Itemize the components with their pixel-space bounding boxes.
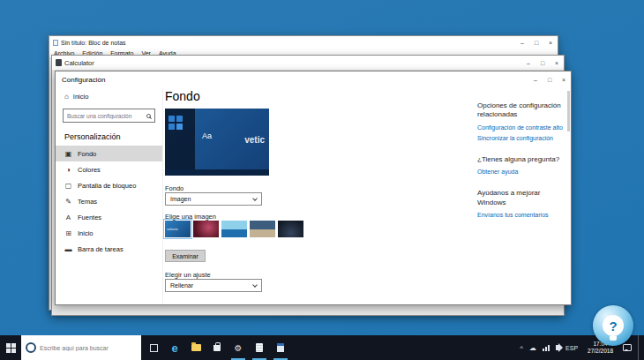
- sidebar-item-label: Inicio: [78, 229, 94, 237]
- sync-settings-link[interactable]: Sincronizar la configuración: [477, 135, 567, 141]
- calculator-icon: [56, 59, 62, 66]
- preview-tile: [168, 116, 175, 122]
- edge-icon: e: [171, 341, 177, 355]
- related-settings-title: Opciones de configuración relacionadas: [477, 101, 567, 120]
- tray-expand-icon[interactable]: ^: [520, 344, 523, 352]
- preview-watermark: vetic: [244, 135, 265, 145]
- preview-taskbar: [165, 169, 269, 176]
- network-icon[interactable]: [543, 345, 550, 351]
- settings-title: Configuración: [62, 76, 528, 84]
- sidebar-item-label: Fuentes: [78, 214, 101, 221]
- fit-label: Elegir un ajuste: [165, 271, 211, 279]
- calculator-taskbar-button[interactable]: [270, 335, 291, 360]
- preview-tile: [176, 124, 183, 130]
- notepad-maximize-button[interactable]: □: [529, 36, 543, 49]
- taskbar-search-input[interactable]: [40, 345, 141, 351]
- question-title: ¿Tienes alguna pregunta?: [477, 155, 567, 164]
- volume-icon[interactable]: [556, 345, 559, 350]
- background-icon: ▣: [64, 150, 72, 158]
- task-view-button[interactable]: [143, 335, 164, 360]
- get-help-link[interactable]: Obtener ayuda: [477, 169, 567, 175]
- settings-scrollbar[interactable]: [567, 91, 570, 131]
- background-type-dropdown[interactable]: Imagen: [165, 192, 262, 206]
- settings-search-box[interactable]: [63, 109, 155, 123]
- calculator-maximize-button[interactable]: □: [535, 56, 550, 70]
- settings-main: Fondo Aa vetic Fondo Imagen Elige una: [163, 87, 571, 304]
- cortana-icon: [26, 342, 36, 353]
- file-explorer-icon: [191, 344, 201, 351]
- background-preview: Aa vetic: [165, 109, 269, 176]
- file-explorer-button[interactable]: [185, 335, 206, 360]
- edge-button[interactable]: e: [164, 335, 185, 360]
- sidebar-item-pantalla-de-bloqueo[interactable]: ▢ Pantalla de bloqueo: [56, 177, 162, 193]
- notepad-icon: [53, 40, 58, 46]
- settings-close-button[interactable]: ×: [557, 71, 571, 87]
- feedback-link[interactable]: Envíanos tus comentarios: [477, 212, 567, 218]
- sidebar-item-barra-de-tareas[interactable]: ▬ Barra de tareas: [56, 241, 162, 257]
- windows-logo-icon: [6, 343, 16, 353]
- notepad-titlebar[interactable]: Sin título: Bloc de notas – □ ×: [49, 36, 558, 49]
- taskbar-settings-icon: ▬: [64, 245, 72, 253]
- sidebar-item-fuentes[interactable]: A Fuentes: [56, 209, 162, 225]
- desktop: Sin título: Bloc de notas – □ × Archivo …: [0, 0, 644, 360]
- onedrive-cloud-icon[interactable]: ☁: [529, 344, 536, 352]
- notepad-close-button[interactable]: ×: [543, 36, 558, 49]
- calculator-titlebar[interactable]: Calculator – □ ×: [52, 56, 564, 70]
- notepad-minimize-button[interactable]: –: [515, 36, 529, 49]
- notepad-taskbar-button[interactable]: [249, 335, 270, 360]
- language-indicator[interactable]: ESP: [565, 345, 578, 351]
- preview-tile: [168, 124, 175, 130]
- sidebar-item-label: Barra de tareas: [78, 245, 124, 253]
- choose-image-label: Elige una imagen: [165, 213, 216, 221]
- wallpaper-thumbnail-2[interactable]: [193, 221, 219, 237]
- background-label: Fondo: [165, 184, 183, 192]
- themes-icon: ✎: [64, 198, 72, 206]
- fit-dropdown[interactable]: Rellenar: [165, 279, 262, 292]
- start-menu-icon: ⊞: [64, 229, 72, 237]
- wallpaper-thumbnail-1[interactable]: solvetic: [165, 221, 191, 237]
- sidebar-item-inicio[interactable]: ⊞ Inicio: [56, 225, 162, 241]
- thumbnail-watermark: solvetic: [167, 227, 178, 231]
- settings-titlebar[interactable]: Configuración – □ ×: [56, 71, 571, 87]
- settings-maximize-button[interactable]: □: [543, 71, 557, 87]
- wallpaper-thumbnail-3[interactable]: [221, 221, 247, 237]
- sidebar-section-title: Personalización: [56, 124, 162, 146]
- fonts-icon: A: [64, 214, 72, 221]
- sidebar-home[interactable]: ⌂ Inicio: [56, 89, 162, 104]
- sidebar-item-temas[interactable]: ✎ Temas: [56, 193, 162, 209]
- settings-body: ⌂ Inicio Personalización ▣ Fondo ◑ Color…: [56, 87, 571, 304]
- page-title: Fondo: [165, 89, 200, 103]
- settings-minimize-button[interactable]: –: [528, 71, 543, 87]
- taskbar-icons: e ⚙: [143, 335, 291, 360]
- search-icon: [146, 114, 151, 118]
- browse-button[interactable]: Examinar: [165, 250, 206, 262]
- settings-window: Configuración – □ × ⌂ Inicio Personaliza…: [55, 71, 572, 305]
- notification-center-button[interactable]: [623, 344, 632, 351]
- high-contrast-link[interactable]: Configuración de contraste alto: [477, 124, 567, 131]
- store-button[interactable]: [206, 335, 228, 360]
- settings-sidebar: ⌂ Inicio Personalización ▣ Fondo ◑ Color…: [56, 87, 163, 304]
- taskbar-search[interactable]: [21, 335, 141, 360]
- settings-taskbar-button[interactable]: ⚙: [228, 335, 249, 360]
- show-desktop-button[interactable]: [638, 335, 641, 360]
- start-button[interactable]: [0, 335, 21, 360]
- gear-icon: ⚙: [235, 343, 243, 353]
- calculator-minimize-button[interactable]: –: [521, 56, 535, 70]
- background-type-value: Imagen: [170, 196, 191, 202]
- store-icon: [213, 345, 221, 351]
- home-icon: ⌂: [64, 93, 69, 101]
- settings-search-input[interactable]: [67, 113, 146, 119]
- solvetic-watermark-logo: ?: [593, 305, 633, 346]
- calculator-close-button[interactable]: ×: [550, 56, 564, 70]
- wallpaper-thumbnail-4[interactable]: [250, 221, 275, 237]
- colors-icon: ◑: [64, 166, 72, 174]
- sidebar-item-label: Fondo: [78, 150, 96, 158]
- notepad-taskbar-icon: [256, 343, 263, 352]
- wallpaper-thumbnail-5[interactable]: [278, 221, 303, 237]
- sidebar-item-label: Pantalla de bloqueo: [78, 182, 136, 190]
- calculator-taskbar-icon: [277, 343, 284, 352]
- task-view-icon: [150, 344, 158, 352]
- notification-center-icon: [623, 344, 632, 351]
- sidebar-item-colores[interactable]: ◑ Colores: [56, 161, 162, 177]
- sidebar-item-fondo[interactable]: ▣ Fondo: [56, 146, 162, 161]
